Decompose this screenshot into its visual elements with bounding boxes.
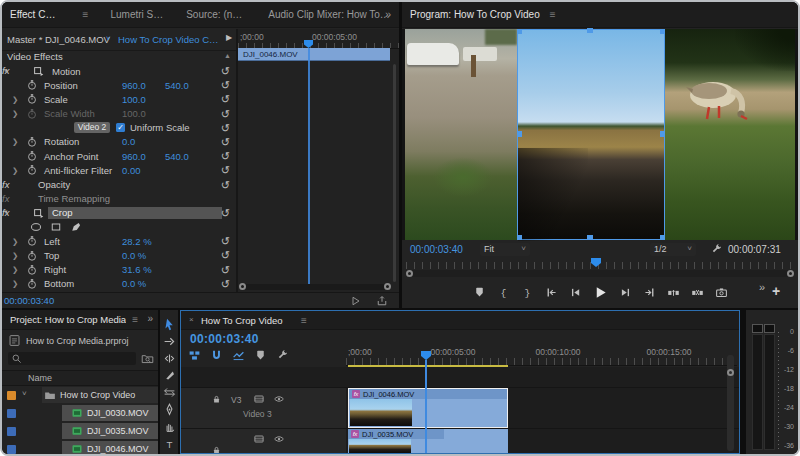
fx-badge-icon[interactable]: fx [2,193,9,204]
label-color-chip[interactable] [7,391,16,400]
reset-parameter-icon[interactable]: ↺ [221,277,230,291]
expand-chevron-icon[interactable]: ❯ [12,237,18,246]
transport-overflow-icon[interactable]: » [759,281,765,293]
master-clip-label[interactable]: Master * DJI_0046.MOV [7,34,110,45]
playback-resolution-select[interactable]: 1/2 ˅ [650,243,696,256]
ec-playhead-line[interactable] [308,48,310,286]
ec-mini-timeline[interactable]: ;00:00 00:00:05:00 DJI_0046.MOV [238,29,399,292]
fx-badge-icon[interactable]: fx [2,207,9,218]
reset-parameter-icon[interactable]: ↺ [221,149,230,163]
reset-parameter-icon[interactable]: ↺ [221,163,230,177]
go-to-out-icon[interactable] [643,286,656,299]
timeline-current-timecode[interactable]: 00:00:03:40 [190,332,259,346]
effect-row-top[interactable]: ❯Top0.0 %↺ [2,248,236,262]
video-effects-header[interactable]: Video Effects ▲ [2,50,236,64]
panel-menu-icon[interactable]: ≡ [83,9,89,20]
crop-region[interactable] [517,29,665,240]
settings-wrench-icon[interactable] [710,243,723,256]
scrollbar-left-handle[interactable] [406,270,413,277]
crop-handle[interactable] [517,131,522,137]
param-value[interactable]: 540.0 [165,80,189,91]
tab-audio-clip-mixer-how-to-crop-vide[interactable]: Audio Clip Mixer: How To Crop Vide [268,9,391,20]
effect-row-bottom[interactable]: ❯Bottom0.0 %↺ [2,277,236,291]
lock-icon[interactable] [211,445,222,454]
label-color-chip[interactable] [7,409,16,418]
fx-badge-icon[interactable]: fx [2,179,9,190]
tab-source-no-clips-[interactable]: Source: (no clips) [186,9,246,20]
label-color-chip[interactable] [7,445,16,454]
program-tab[interactable]: Program: How To Crop Video [410,9,540,20]
param-value[interactable]: 960.0 [122,80,146,91]
mark-in-brace-icon[interactable]: { [497,286,510,299]
clip-dji-0046[interactable]: fx DJI_0046.MOV [348,388,508,428]
param-value[interactable]: 0.0 [122,136,135,147]
type-tool[interactable]: T [161,435,177,452]
param-value[interactable]: 100.0 [122,108,146,119]
program-scrollbar[interactable] [406,270,794,277]
slip-tool[interactable] [161,384,177,401]
eye-icon[interactable] [273,393,285,405]
collapse-arrow-icon[interactable]: ▲ [224,52,231,59]
timeline-playhead-line[interactable] [425,360,427,453]
add-marker-icon[interactable] [473,286,486,299]
clip-dji-0035[interactable]: fx DJI_0035.MOV [348,429,508,453]
scrollbar-right-handle[interactable] [787,270,794,277]
timeline-vertical-scrollbar[interactable] [727,355,734,451]
program-current-timecode[interactable]: 00:00:03:40 [410,244,463,255]
reset-parameter-icon[interactable]: ↺ [221,248,230,262]
param-value[interactable]: 28.2 % [122,236,152,247]
effect-row-position[interactable]: Position960.0540.0↺ [2,78,236,92]
timeline-ruler[interactable]: ;00:0000:00:05:0000:00:10:0000:00:15:00 [346,345,737,366]
effect-row-scale-width[interactable]: ❯Scale Width100.0↺ [2,107,236,121]
effect-row-scale[interactable]: ❯Scale100.0↺ [2,92,236,106]
param-value[interactable]: 0.0 % [122,278,146,289]
ec-current-timecode[interactable]: 00:00:03:40 [4,295,54,306]
panel-overflow-icon[interactable]: » [385,8,391,20]
reset-parameter-icon[interactable]: ↺ [221,234,230,248]
razor-tool[interactable] [161,367,177,384]
add-panel-button[interactable]: + [772,283,780,299]
ec-ruler[interactable]: ;00:00 00:00:05:00 [238,29,399,49]
lift-icon[interactable] [667,286,680,299]
effect-row-right[interactable]: ❯Right31.6 %↺ [2,263,236,277]
param-value[interactable]: 0.0 % [122,250,146,261]
export-icon[interactable] [376,295,388,307]
track-v3-id[interactable]: V3 [231,395,241,405]
magnet-icon[interactable] [210,349,223,362]
crop-handle[interactable] [517,235,522,240]
bin-item-how-to-crop-video[interactable]: ˅How to Crop Video [2,387,158,404]
expand-chevron-icon[interactable]: ❯ [12,109,18,118]
effect-row-anchor-point[interactable]: Anchor Point960.0540.0↺ [2,149,236,163]
effect-row-motion[interactable]: ▾fxMotion↺ [2,64,236,78]
scrollbar-left-handle[interactable] [239,283,246,290]
zoom-level-select[interactable]: Fit ˅ [480,243,530,256]
reset-parameter-icon[interactable]: ↺ [221,178,230,192]
expand-chevron-icon[interactable]: ❯ [12,265,18,274]
expand-chevron-icon[interactable]: ❯ [12,251,18,260]
param-value[interactable]: 31.6 % [122,264,152,275]
comp-clip-label[interactable]: How To Crop Video Comp * DJI... [118,34,220,45]
panel-menu-icon[interactable]: ≡ [550,9,556,20]
effect-row-crop[interactable]: ▾fxCrop↺ [2,206,236,220]
track-select-forward-tool[interactable] [161,333,177,350]
expand-chevron-icon[interactable]: ❯ [12,166,18,175]
reset-parameter-icon[interactable]: ↺ [221,107,230,121]
effect-row-uniform-scale[interactable]: Video 2✓Uniform Scale↺ [2,121,236,135]
uniform-scale-checkbox[interactable]: ✓ [116,123,125,132]
reset-parameter-icon[interactable]: ↺ [221,121,230,135]
clip-item-dji-0046-mov[interactable]: DJI_0046.MOV [2,441,158,454]
pen-tool[interactable] [161,401,177,418]
add-marker-icon[interactable] [254,349,267,362]
param-value[interactable]: 540.0 [165,151,189,162]
clip-item-dji-0035-mov[interactable]: DJI_0035.MOV [2,423,158,440]
eye-icon[interactable] [273,433,285,445]
expand-chevron-icon[interactable]: ❯ [12,137,18,146]
lock-icon[interactable] [211,394,222,405]
reset-parameter-icon[interactable]: ↺ [221,64,230,78]
effect-row-anti-flicker-filter[interactable]: ❯Anti-flicker Filter0.00↺ [2,163,236,177]
effect-row-shapes[interactable] [2,220,236,234]
timeline-tab[interactable]: How To Crop Video [201,315,283,326]
chevron-down-icon[interactable]: ˅ [106,34,111,43]
expand-chevron-icon[interactable]: ˅ [22,389,27,398]
expand-chevron-icon[interactable]: ❯ [12,95,18,104]
